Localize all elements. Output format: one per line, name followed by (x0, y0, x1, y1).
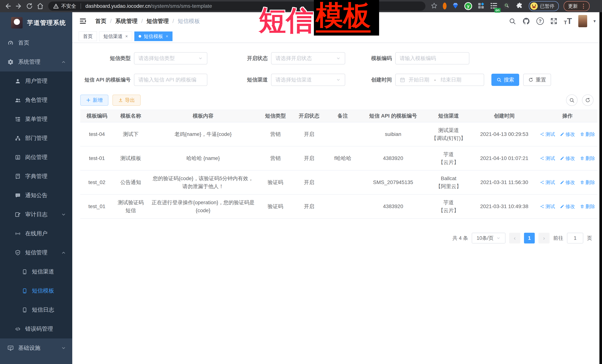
export-button[interactable]: 导出 (112, 95, 141, 106)
browser-menu-dots-icon[interactable]: ⋮ (581, 3, 586, 9)
filter-channel: 短信渠道 请选择短信渠道 (218, 74, 345, 86)
plus-icon (86, 98, 91, 103)
sidebar-item-label: 基础设施 (18, 344, 40, 352)
sidebar-item-home[interactable]: 首页 (0, 33, 72, 52)
goto-page-input[interactable] (567, 233, 583, 243)
test-action[interactable]: 测试 (540, 131, 555, 138)
browser-home-button[interactable] (35, 1, 46, 11)
delete-action[interactable]: 删除 (580, 179, 595, 186)
delete-action[interactable]: 删除 (580, 203, 595, 210)
status-select[interactable]: 请选择开启状态 (271, 52, 345, 64)
api-template-id-input[interactable] (134, 74, 207, 86)
search-button[interactable]: 搜索 (491, 74, 519, 86)
table-refresh-button[interactable] (582, 94, 593, 106)
sidebar-collapse-icon[interactable] (79, 17, 87, 25)
template-code-input[interactable] (395, 52, 469, 64)
sidebar-item-dept-mgmt[interactable]: 部门管理 (0, 129, 72, 148)
page-number-1[interactable]: 1 (524, 233, 535, 243)
browser-reload-button[interactable] (24, 1, 35, 11)
comment-icon (15, 193, 21, 198)
column-header: 备注 (325, 110, 360, 122)
edit-action[interactable]: 修改 (560, 131, 575, 138)
filter-status: 开启状态 请选择开启状态 (218, 52, 345, 64)
app-logo: 芋道管理系统 (0, 12, 72, 33)
page-size-select[interactable]: 10条/页 (472, 233, 505, 243)
security-label: 不安全 (61, 3, 76, 10)
user-avatar[interactable] (578, 15, 587, 27)
browser-profile-chip[interactable]: 已暂停 (529, 1, 559, 11)
tab-close-icon[interactable]: × (166, 34, 168, 39)
delete-action[interactable]: 删除 (580, 131, 595, 138)
phone-icon (22, 307, 27, 313)
test-action[interactable]: 测试 (540, 203, 555, 210)
tab-sms-template[interactable]: 短信模板× (134, 31, 172, 41)
test-action[interactable]: 测试 (540, 155, 555, 162)
add-button[interactable]: 新增 (80, 95, 108, 106)
next-page-button[interactable]: › (538, 233, 549, 243)
sidebar-item-notice-mgmt[interactable]: 通知公告 (0, 186, 72, 205)
profile-emoji-avatar (530, 2, 538, 10)
reset-button[interactable]: 重置 (523, 74, 551, 86)
phone-icon (22, 288, 27, 294)
test-action[interactable]: 测试 (540, 179, 555, 186)
browser-back-button[interactable] (3, 1, 13, 11)
extension-magnifier-icon[interactable] (503, 2, 511, 10)
url-bar[interactable]: 不安全 dashboard.yudao.iocoder.cn/system/sm… (48, 1, 425, 11)
sidebar-item-infrastructure[interactable]: 基础设施 (0, 338, 72, 357)
breadcrumb-item[interactable]: 首页 (95, 17, 106, 25)
sidebar-item-sms-mgmt[interactable]: 短信管理 (0, 243, 72, 262)
extension-green-y-icon[interactable]: y (464, 2, 472, 10)
bookmark-star-icon[interactable] (430, 2, 438, 10)
share-icon (540, 156, 544, 161)
browser-forward-button[interactable] (13, 1, 24, 11)
edit-action[interactable]: 修改 (560, 203, 575, 210)
download-icon (118, 98, 123, 103)
table-header-row: 模板编码 模板名称 模板内容 短信类型 开启状态 备注 短信 API 的模板编号… (80, 110, 597, 122)
pagination: 共 4 条 10条/页 ‹ 1 › 前往 页 (452, 232, 592, 244)
sidebar-item-sms-log[interactable]: 短信日志 (0, 300, 72, 319)
sidebar-item-audit-log[interactable]: 审计日志 (0, 205, 72, 224)
sidebar-item-dict-mgmt[interactable]: 字典管理 (0, 167, 72, 186)
sidebar-item-online-users[interactable]: 在线用户 (0, 224, 72, 243)
pencil-icon (560, 180, 564, 185)
chevron-down-icon (336, 77, 341, 82)
github-icon[interactable] (522, 17, 530, 25)
help-icon[interactable]: ? (537, 17, 544, 25)
breadcrumb-item[interactable]: 系统管理 (115, 17, 138, 25)
extensions-puzzle-icon[interactable] (516, 2, 523, 10)
tab-close-icon[interactable]: × (125, 34, 128, 39)
edit-action[interactable]: 修改 (560, 155, 575, 162)
date-range-picker[interactable]: 开始日期 - 结束日期 (395, 74, 484, 86)
sms-type-select[interactable]: 请选择短信类型 (134, 52, 207, 64)
logo-rabbit-image (11, 17, 23, 29)
browser-update-button[interactable]: 更新 ⋮ (564, 1, 590, 11)
extension-orange-ring-icon[interactable] (443, 4, 447, 8)
channel-select[interactable]: 请选择短信渠道 (271, 74, 345, 86)
extension-gem-icon[interactable] (452, 2, 459, 10)
sidebar-item-user-mgmt[interactable]: 用户管理 (0, 72, 72, 91)
extension-grid-icon[interactable] (477, 2, 485, 10)
search-icon[interactable] (509, 17, 516, 25)
users-icon (15, 97, 21, 103)
sidebar-item-error-code-mgmt[interactable]: 错误码管理 (0, 319, 72, 338)
sidebar-item-system-mgmt[interactable]: 系统管理 (0, 52, 72, 72)
sidebar-item-menu-mgmt[interactable]: 菜单管理 (0, 110, 72, 129)
delete-action[interactable]: 删除 (580, 155, 595, 162)
tab-sms-channel[interactable]: 短信渠道× (99, 31, 132, 41)
trash-icon (580, 204, 584, 209)
sidebar-item-role-mgmt[interactable]: 角色管理 (0, 91, 72, 110)
sidebar-item-post-mgmt[interactable]: 岗位管理 (0, 148, 72, 167)
column-header: 短信类型 (258, 110, 292, 122)
fullscreen-icon[interactable] (550, 17, 558, 25)
sidebar-item-sms-template[interactable]: 短信模板 (0, 281, 72, 300)
breadcrumb-item[interactable]: 短信管理 (147, 17, 169, 25)
font-size-icon[interactable]: TT (564, 17, 572, 25)
sidebar-item-sms-channel[interactable]: 短信渠道 (0, 262, 72, 281)
table-search-toggle-button[interactable] (566, 94, 578, 106)
tab-home[interactable]: 首页 (79, 31, 97, 41)
extension-list-icon[interactable]: on (490, 2, 498, 10)
sidebar-item-label: 短信日志 (32, 306, 54, 314)
prev-page-button[interactable]: ‹ (509, 233, 520, 243)
edit-action[interactable]: 修改 (560, 179, 575, 186)
avatar-caret-down-icon[interactable]: ▾ (593, 19, 596, 24)
